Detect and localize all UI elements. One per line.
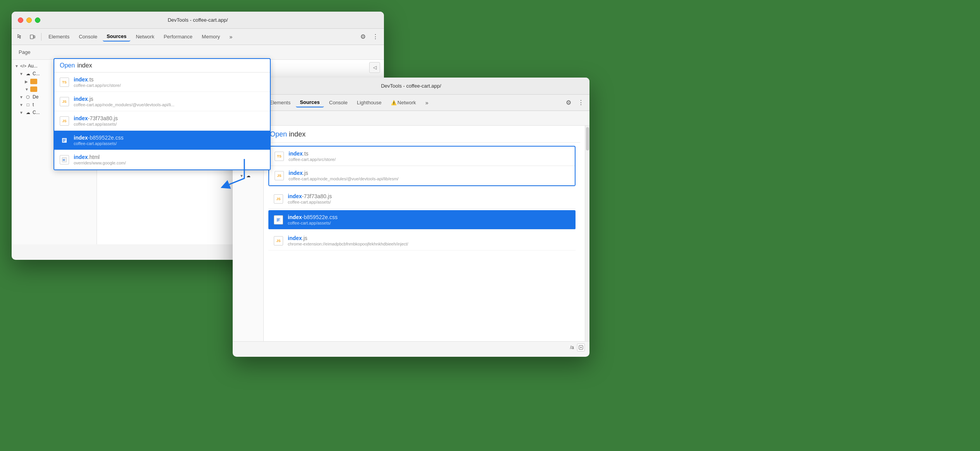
- file-result-ts-2[interactable]: TS index.ts coffee-cart.app/src/store/: [269, 147, 575, 166]
- file-result-css-1[interactable]: index-b859522e.css coffee-cart.app/asset…: [54, 131, 270, 150]
- more-tabs-icon-1[interactable]: »: [225, 31, 236, 42]
- file-name-ts-1: index.ts: [74, 76, 264, 83]
- svg-rect-0: [30, 35, 33, 39]
- toolbar-2: Elements Sources Console Lighthouse ⚠️Ne…: [233, 95, 589, 111]
- cloud-icon-6: ☁: [25, 110, 31, 115]
- file-info-css-1: index-b859522e.css coffee-cart.app/asset…: [74, 135, 264, 146]
- file-icon-3: [30, 86, 37, 92]
- blue-arrow: [209, 155, 256, 202]
- title-bar-2: DevTools - coffee-cart.app/: [233, 78, 589, 95]
- file-name-js3-2: index.js: [288, 235, 570, 241]
- file-result-css-2[interactable]: index-b859522e.css coffee-cart.app/asset…: [268, 210, 576, 230]
- file-info-js1-2: index.js coffee-cart.app/node_modules/@v…: [289, 170, 569, 181]
- js-icon-3b: JS: [274, 194, 283, 204]
- tab-console-2[interactable]: Console: [325, 98, 352, 107]
- traffic-lights-1: [18, 17, 40, 23]
- more-tabs-icon-2[interactable]: »: [422, 97, 432, 108]
- tab-memory-1[interactable]: Memory: [198, 32, 224, 41]
- file-path-css-1: coffee-cart.app/assets/: [74, 141, 264, 146]
- scrollbar-thumb-2[interactable]: [586, 127, 589, 150]
- css-icon-1: [60, 136, 69, 145]
- main-content-2: Open index TS index.ts coffee-cart.ap: [264, 126, 585, 341]
- tab-sources-1[interactable]: Sources: [103, 32, 130, 41]
- js-icon-1a: JS: [60, 97, 69, 106]
- arrow-icon-4: ▼: [19, 95, 23, 99]
- file-info-js3-2: index.js chrome-extension://eimadpbcbfnm…: [288, 235, 570, 246]
- tree-label-5: t: [33, 102, 34, 107]
- open-file-input-row-1: Open index: [54, 59, 270, 73]
- tree-label-0: Au...: [28, 63, 38, 69]
- file-info-ts-1: index.ts coffee-cart.app/src/store/: [74, 76, 264, 88]
- bottom-bar-2: /a: [233, 341, 589, 353]
- collapse-btn-1[interactable]: ◁: [369, 62, 380, 73]
- css-file-icon: [276, 217, 281, 223]
- file-path-js1-1: coffee-cart.app/node_modules/@vue/devtoo…: [74, 102, 264, 107]
- tree-label-6: C...: [33, 110, 40, 115]
- open-file-header-2: Open index: [264, 126, 580, 143]
- bottom-text-2: /a: [570, 345, 574, 350]
- tab-network-1[interactable]: Network: [132, 32, 158, 41]
- file-path-ts-2: coffee-cart.app/src/store/: [289, 157, 569, 162]
- secondary-toolbar-1: Page: [12, 45, 384, 60]
- page-tab-1[interactable]: Page: [16, 48, 33, 57]
- arrow-icon-6: ▼: [19, 111, 23, 115]
- svg-text:H: H: [63, 159, 65, 161]
- code-icon-0: </>: [20, 64, 26, 68]
- secondary-toolbar-2: Page: [233, 111, 589, 126]
- scrollbar-2[interactable]: [585, 126, 589, 341]
- settings-icon-1[interactable]: ⚙: [358, 31, 368, 42]
- file-path-js2-2: coffee-cart.app/assets/: [288, 200, 570, 204]
- more-options-icon-1[interactable]: ⋮: [370, 31, 381, 42]
- svg-rect-8: [276, 218, 281, 222]
- box-icon-5: □: [25, 102, 31, 107]
- tab-lighthouse-2[interactable]: Lighthouse: [353, 98, 385, 107]
- css-file-svg: [62, 138, 67, 143]
- minimize-button-1[interactable]: [26, 17, 32, 23]
- expand-svg: [579, 345, 583, 350]
- maximize-button-1[interactable]: [35, 17, 40, 23]
- file-result-js3-2[interactable]: JS index.js chrome-extension://eimadpbcb…: [268, 231, 576, 251]
- arrow-icon-2: ▶: [25, 79, 29, 84]
- file-result-js1-1[interactable]: JS index.js coffee-cart.app/node_modules…: [54, 92, 270, 111]
- file-path-js1-2: coffee-cart.app/node_modules/@vue/devtoo…: [289, 176, 569, 181]
- file-info-js1-1: index.js coffee-cart.app/node_modules/@v…: [74, 96, 264, 107]
- device-icon[interactable]: [27, 31, 38, 42]
- cloud-icon-1: ☁: [25, 71, 31, 76]
- more-options-icon-2[interactable]: ⋮: [576, 97, 586, 108]
- settings-icon-2[interactable]: ⚙: [563, 97, 574, 108]
- tab-performance-1[interactable]: Performance: [160, 32, 196, 41]
- window-title-1: DevTools - coffee-cart.app/: [168, 17, 228, 23]
- file-name-css-1: index-b859522e.css: [74, 135, 264, 141]
- ts-icon-2: TS: [275, 152, 284, 161]
- file-result-ts-1[interactable]: TS index.ts coffee-cart.app/src/store/: [54, 73, 270, 92]
- arrow-icon-3: ▼: [25, 87, 29, 92]
- file-path-js2-1: coffee-cart.app/assets/: [74, 122, 264, 126]
- file-result-js1-2[interactable]: JS index.js coffee-cart.app/node_modules…: [269, 166, 575, 185]
- file-result-js2-1[interactable]: JS index-73f73a80.js coffee-cart.app/ass…: [54, 111, 270, 131]
- file-path-css-2: coffee-cart.app/assets/: [288, 221, 570, 225]
- arrow-icon-1: ▼: [19, 72, 23, 76]
- css-icon-2: [274, 215, 283, 225]
- arrow-icon-5: ▼: [19, 103, 23, 107]
- inspect-icon[interactable]: [15, 31, 26, 42]
- tab-sources-2[interactable]: Sources: [296, 98, 323, 107]
- close-button-1[interactable]: [18, 17, 23, 23]
- file-name-js1-1: index.js: [74, 96, 264, 102]
- title-bar-1: DevTools - coffee-cart.app/: [12, 12, 384, 29]
- file-result-js2-2[interactable]: JS index-73f73a80.js coffee-cart.app/ass…: [268, 189, 576, 209]
- tab-elements-1[interactable]: Elements: [45, 32, 73, 41]
- tab-console-1[interactable]: Console: [75, 32, 101, 41]
- cube-icon-4: ⬡: [25, 95, 31, 100]
- file-info-ts-2: index.ts coffee-cart.app/src/store/: [289, 150, 569, 162]
- devtools-window-2: DevTools - coffee-cart.app/ Elements Sou…: [233, 78, 589, 357]
- js-icon-4b: JS: [274, 236, 283, 245]
- file-path-ts-1: coffee-cart.app/src/store/: [74, 83, 264, 88]
- tab-network-2[interactable]: ⚠️Network: [387, 98, 420, 107]
- bottom-icon-2[interactable]: [577, 344, 585, 351]
- toolbar-1: Elements Console Sources Network Perform…: [12, 29, 384, 45]
- tree-label-1: C...: [33, 71, 40, 76]
- file-icon-2: [30, 79, 37, 84]
- open-input-1[interactable]: index: [77, 62, 92, 69]
- file-name-js1-2: index.js: [289, 170, 569, 176]
- file-name-css-2: index-b859522e.css: [288, 214, 570, 220]
